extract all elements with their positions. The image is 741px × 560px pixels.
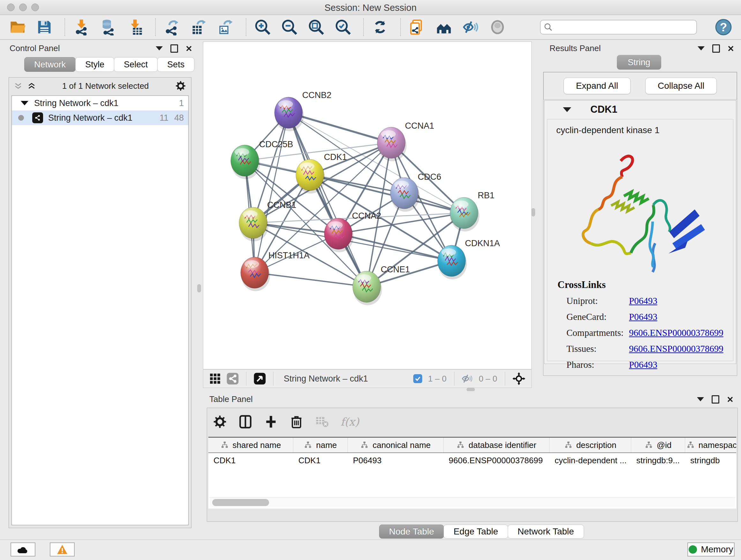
network-node[interactable]: CDKN1A [437, 239, 500, 279]
show-all-button[interactable] [488, 18, 507, 37]
export-network-button[interactable] [163, 18, 181, 37]
trash-icon[interactable] [289, 415, 304, 429]
export-image-button[interactable] [216, 18, 235, 37]
cloud-status-button[interactable] [10, 543, 36, 557]
tab-node-table[interactable]: Node Table [379, 524, 444, 539]
tab-sets[interactable]: Sets [157, 57, 194, 72]
selected-checkbox-icon[interactable] [413, 374, 422, 383]
column-header-namespace[interactable]: namespace [685, 438, 736, 452]
panel-menu-icon[interactable] [156, 46, 163, 51]
show-columns-icon[interactable] [239, 415, 253, 429]
scrollbar-thumb[interactable] [212, 499, 269, 506]
genecard-link[interactable]: P06493 [629, 312, 657, 322]
network-collection-row[interactable]: String Network – cdk1 1 [12, 96, 188, 111]
zoom-in-button[interactable] [253, 18, 272, 37]
network-node[interactable]: HIST1H1A [241, 251, 310, 291]
copy-network-button[interactable] [408, 18, 426, 37]
fit-selected-crosshair-icon[interactable] [512, 372, 526, 385]
search-input[interactable] [540, 20, 697, 35]
import-network-database-button[interactable] [99, 18, 118, 37]
right-splitter-handle[interactable] [531, 208, 535, 216]
birdseye-view-icon[interactable] [253, 372, 266, 385]
uniprot-link[interactable]: P06493 [629, 296, 657, 306]
string-network-icon [32, 112, 43, 123]
network-canvas[interactable]: CCNB2CCNA1CDC25BCDK1CDC6RB1CCNB1CCNA2CDK… [203, 42, 532, 369]
cell-canonical-name: P06493 [348, 455, 444, 465]
network-node[interactable]: CDC25B [231, 139, 293, 179]
warning-button[interactable] [50, 543, 75, 557]
refresh-button[interactable] [371, 18, 389, 37]
panel-float-icon[interactable] [712, 395, 719, 403]
expand-all-networks-icon[interactable] [27, 82, 36, 90]
grid-view-icon[interactable] [209, 373, 221, 385]
column-header-canonical-name[interactable]: canonical name [348, 438, 444, 452]
expand-all-button[interactable]: Expand All [563, 78, 630, 94]
panel-float-icon[interactable] [171, 44, 178, 53]
column-header-shared-name[interactable]: shared name [208, 438, 293, 452]
string-view-icon[interactable] [226, 372, 239, 385]
network-node[interactable]: CCNE1 [353, 265, 410, 305]
zoom-fit-button[interactable] [307, 18, 326, 37]
tab-style[interactable]: Style [75, 57, 114, 72]
compartments-link[interactable]: 9606.ENSP00000378699 [629, 327, 724, 338]
tab-select[interactable]: Select [114, 57, 158, 72]
gene-collapse-icon[interactable] [563, 107, 571, 112]
panel-float-icon[interactable] [712, 44, 720, 53]
tab-network[interactable]: Network [24, 57, 76, 72]
export-table-button[interactable] [190, 18, 208, 37]
delete-table-icon[interactable] [315, 415, 329, 429]
panel-menu-icon[interactable] [697, 46, 704, 51]
network-node[interactable]: CCNA1 [377, 121, 434, 161]
panel-close-icon[interactable] [728, 45, 734, 52]
network-node[interactable]: CCNB2 [274, 90, 332, 131]
table-panel-title: Table Panel [209, 394, 253, 404]
column-header-database-identifier[interactable]: database identifier [444, 438, 549, 452]
hidden-eye-slash-icon[interactable] [461, 373, 473, 384]
save-session-button[interactable] [35, 18, 54, 37]
network-view-toolbar: String Network – cdk1 1 – 0 0 – 0 [203, 369, 532, 388]
zoom-selected-button[interactable] [334, 18, 352, 37]
collapse-all-button[interactable]: Collapse All [645, 78, 717, 94]
main-toolbar: ? [0, 15, 741, 40]
column-header-description[interactable]: description [549, 438, 631, 452]
tab-string[interactable]: String [617, 55, 661, 70]
memory-button[interactable]: Memory [687, 543, 735, 557]
hidden-node-edge-count: 0 – 0 [479, 374, 497, 384]
houses-button[interactable] [434, 18, 453, 37]
column-header-id[interactable]: @id [631, 438, 685, 452]
network-node-label: CDK1 [324, 152, 347, 162]
table-row[interactable]: CDK1 CDK1 P06493 9606.ENSP00000378699 cy… [208, 453, 736, 468]
collection-expand-icon[interactable] [21, 101, 28, 105]
open-session-button[interactable] [8, 18, 27, 37]
help-button[interactable]: ? [714, 18, 733, 37]
network-node[interactable]: RB1 [450, 191, 495, 232]
function-builder-icon[interactable]: f(x) [340, 415, 359, 428]
import-table-file-button[interactable] [126, 18, 144, 37]
network-edge[interactable] [255, 113, 288, 273]
gene-section-header[interactable]: CDK1 [544, 101, 736, 118]
import-network-file-button[interactable] [72, 18, 91, 37]
hide-selected-button[interactable] [461, 18, 480, 37]
panel-close-icon[interactable] [186, 45, 192, 52]
zoom-out-button[interactable] [280, 18, 299, 37]
gear-icon[interactable] [175, 80, 186, 91]
table-gear-icon[interactable] [213, 415, 227, 429]
add-column-icon[interactable] [264, 415, 278, 429]
tab-network-table[interactable]: Network Table [508, 524, 584, 539]
tab-edge-table[interactable]: Edge Table [444, 524, 508, 539]
network-edge[interactable] [255, 273, 367, 287]
table-horizontal-scrollbar[interactable] [210, 497, 735, 507]
tissues-link[interactable]: 9606.ENSP00000378699 [629, 344, 724, 354]
collapse-all-networks-icon[interactable] [14, 82, 22, 90]
network-edge[interactable] [288, 113, 391, 143]
network-edge[interactable] [288, 113, 367, 287]
column-header-name[interactable]: name [293, 438, 348, 452]
panel-menu-icon[interactable] [697, 397, 704, 401]
pharos-link[interactable]: P06493 [629, 360, 657, 370]
panel-close-icon[interactable] [727, 396, 733, 402]
network-node-label: CCNA2 [352, 211, 381, 221]
table-header-row: shared name name canonical name database… [208, 438, 736, 453]
left-splitter-handle[interactable] [197, 284, 201, 293]
network-row[interactable]: String Network – cdk1 11 48 [12, 111, 188, 125]
network-edge[interactable] [338, 234, 452, 261]
